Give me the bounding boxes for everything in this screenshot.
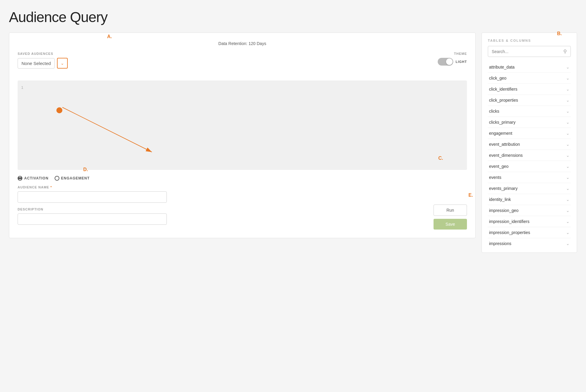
table-item-name: engagement — [489, 131, 512, 136]
table-item-name: click_geo — [489, 76, 506, 80]
table-item-name: click_properties — [489, 98, 518, 103]
saved-audiences-row: None Selected ⌄ — [18, 58, 68, 69]
toggle-knob — [446, 58, 453, 65]
audience-name-section: AUDIENCE NAME * — [18, 185, 429, 203]
theme-label: THEME — [454, 52, 467, 55]
chevron-right-icon: ⌄ — [566, 65, 570, 69]
annotation-b-label: B. — [557, 31, 562, 36]
saved-audiences-section: SAVED AUDIENCES None Selected ⌄ — [18, 52, 68, 69]
table-item-name: impression_identifiers — [489, 219, 529, 224]
table-list-item[interactable]: impressions ⌄ — [488, 238, 571, 247]
table-item-name: event_geo — [489, 164, 508, 169]
table-list-item[interactable]: identity_link ⌄ — [488, 194, 571, 205]
chevron-right-icon: ⌄ — [566, 175, 570, 180]
chevron-right-icon: ⌄ — [566, 186, 570, 191]
data-retention: Data Retention: 120 Days — [18, 41, 467, 46]
chevron-right-icon: ⌄ — [566, 109, 570, 114]
table-list-item[interactable]: event_attribution ⌄ — [488, 139, 571, 150]
description-label: DESCRIPTION — [18, 207, 429, 211]
table-list-item[interactable]: events_primary ⌄ — [488, 183, 571, 194]
dropdown-value: None Selected — [21, 61, 51, 66]
annotation-e: E. — [468, 193, 473, 198]
query-dot — [56, 107, 62, 113]
saved-audiences-dropdown[interactable]: None Selected — [18, 58, 55, 69]
radio-activation-circle — [18, 176, 22, 181]
chevron-right-icon: ⌄ — [566, 197, 570, 202]
radio-engagement-circle — [55, 176, 59, 181]
table-list-item[interactable]: click_geo ⌄ — [488, 73, 571, 84]
radio-row: ACTIVATION ENGAGEMENT — [18, 176, 467, 181]
search-input[interactable] — [492, 49, 563, 54]
chevron-right-icon: ⌄ — [566, 142, 570, 147]
table-item-name: identity_link — [489, 197, 511, 202]
table-list-item[interactable]: event_geo ⌄ — [488, 161, 571, 172]
table-item-name: attribute_data — [489, 65, 515, 69]
right-panel: TABLES & COLUMNS B. ⚲ attribute_data ⌄ c… — [482, 32, 577, 253]
query-row-number: 1 — [21, 84, 27, 90]
annotation-c: C. — [438, 156, 443, 161]
table-list-item[interactable]: click_properties ⌄ — [488, 95, 571, 106]
table-list-item[interactable]: event_dimensions ⌄ — [488, 150, 571, 161]
table-list-item[interactable]: click_identifiers ⌄ — [488, 84, 571, 95]
theme-toggle-label: LIGHT — [456, 60, 467, 63]
saved-audiences-label: SAVED AUDIENCES — [18, 52, 68, 55]
audience-name-label: AUDIENCE NAME * — [18, 185, 429, 189]
table-list-item[interactable]: attribute_data ⌄ — [488, 62, 571, 73]
form-bottom-row: AUDIENCE NAME * DESCRIPTION E. Run Save — [18, 185, 467, 230]
table-list-item[interactable]: events ⌄ — [488, 172, 571, 183]
table-item-name: click_identifiers — [489, 87, 517, 92]
annotation-d: D. — [83, 167, 88, 172]
page-title: Audience Query — [9, 9, 577, 25]
table-list-item[interactable]: clicks ⌄ — [488, 106, 571, 117]
table-item-name: impressions — [489, 241, 511, 246]
chevron-right-icon: ⌄ — [566, 76, 570, 80]
chevron-right-icon: ⌄ — [566, 98, 570, 103]
table-list-item[interactable]: impression_properties ⌄ — [488, 227, 571, 238]
chevron-right-icon: ⌄ — [566, 87, 570, 92]
main-layout: Data Retention: 120 Days A. SAVED AUDIEN… — [9, 32, 577, 253]
audience-name-input[interactable] — [18, 191, 167, 203]
table-item-name: impression_geo — [489, 208, 519, 213]
chevron-right-icon: ⌄ — [566, 120, 570, 125]
description-section: DESCRIPTION — [18, 207, 429, 225]
radio-activation[interactable]: ACTIVATION — [18, 176, 49, 181]
radio-engagement[interactable]: ENGAGEMENT — [55, 176, 90, 181]
theme-section: THEME LIGHT — [438, 52, 467, 66]
tables-columns-label: TABLES & COLUMNS — [488, 39, 571, 42]
chevron-right-icon: ⌄ — [566, 241, 570, 246]
query-area[interactable]: 1 C. — [18, 80, 467, 170]
svg-line-0 — [62, 107, 152, 152]
table-item-name: event_attribution — [489, 142, 520, 147]
chevron-right-icon: ⌄ — [566, 131, 570, 136]
chevron-right-icon: ⌄ — [566, 230, 570, 235]
required-star: * — [50, 185, 52, 189]
buttons-col: E. Run Save — [434, 204, 467, 230]
table-list-item[interactable]: impression_geo ⌄ — [488, 205, 571, 216]
search-container: ⚲ — [488, 46, 571, 57]
annotation-a: A. — [107, 34, 112, 39]
table-list-item[interactable]: engagement ⌄ — [488, 128, 571, 139]
table-list-item[interactable]: impression_identifiers ⌄ — [488, 216, 571, 227]
radio-engagement-label: ENGAGEMENT — [61, 176, 90, 180]
theme-toggle[interactable] — [438, 58, 453, 66]
run-button[interactable]: Run — [434, 204, 467, 216]
save-button[interactable]: Save — [434, 219, 467, 230]
chevron-right-icon: ⌄ — [566, 164, 570, 169]
chevron-right-icon: ⌄ — [566, 208, 570, 213]
table-item-name: events_primary — [489, 186, 518, 191]
search-icon: ⚲ — [563, 49, 567, 54]
table-list-item[interactable]: clicks_primary ⌄ — [488, 117, 571, 128]
dropdown-chevron-button[interactable]: ⌄ — [57, 58, 68, 69]
description-input[interactable] — [18, 213, 167, 225]
left-panel: Data Retention: 120 Days A. SAVED AUDIEN… — [9, 32, 476, 238]
table-list: attribute_data ⌄ click_geo ⌄ click_ident… — [488, 62, 571, 247]
table-item-name: impression_properties — [489, 230, 530, 235]
annotation-arrows — [18, 80, 467, 170]
table-item-name: events — [489, 175, 501, 180]
theme-toggle-container: LIGHT — [438, 58, 467, 66]
table-item-name: clicks_primary — [489, 120, 516, 125]
radio-activation-label: ACTIVATION — [24, 176, 49, 180]
table-item-name: clicks — [489, 109, 499, 114]
chevron-right-icon: ⌄ — [566, 219, 570, 224]
form-fields: AUDIENCE NAME * DESCRIPTION — [18, 185, 429, 230]
